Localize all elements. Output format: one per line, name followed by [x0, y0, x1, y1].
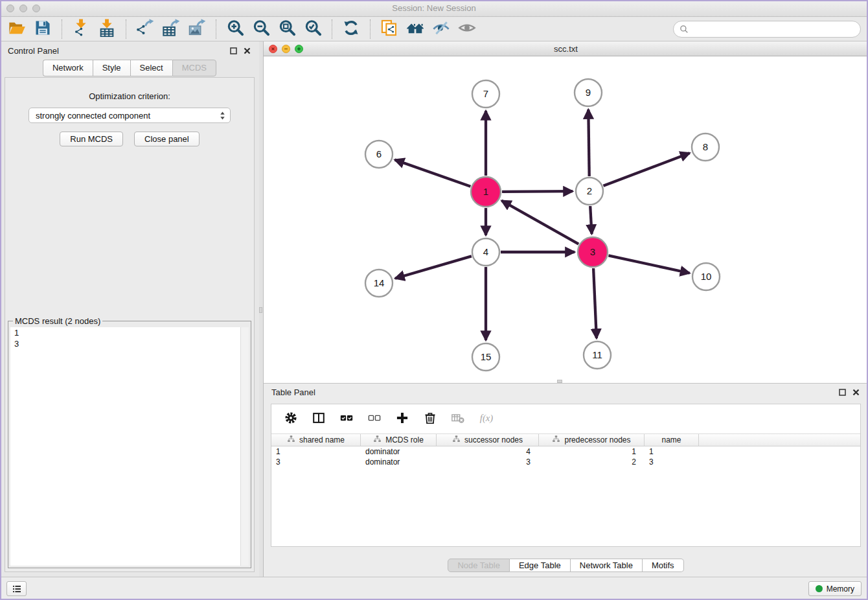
- apply-layout-button[interactable]: [338, 19, 364, 40]
- close-table-panel-icon[interactable]: [852, 388, 860, 397]
- show-eye-button[interactable]: [454, 19, 480, 40]
- network-minimize-button[interactable]: [282, 45, 290, 53]
- toolbar-separator: [370, 19, 371, 39]
- memory-button[interactable]: Memory: [808, 581, 862, 596]
- export-image-button[interactable]: [184, 19, 210, 40]
- graph-node-label: 11: [592, 349, 602, 360]
- graph-node-11[interactable]: 11: [584, 341, 611, 369]
- criterion-dropdown[interactable]: strongly connected component: [29, 108, 231, 123]
- tree-icon: [552, 435, 560, 445]
- graph-node-15[interactable]: 15: [472, 343, 499, 371]
- float-panel-icon[interactable]: [229, 47, 238, 55]
- search-icon: [679, 24, 689, 34]
- search-box[interactable]: [673, 21, 861, 38]
- float-table-panel-icon[interactable]: [838, 388, 847, 397]
- table-cell: dominator: [361, 457, 437, 467]
- tab-mcds[interactable]: MCDS: [172, 60, 216, 76]
- import-table-button[interactable]: [94, 19, 120, 40]
- graph-node-label: 1: [483, 186, 488, 197]
- tree-icon: [452, 435, 461, 445]
- network-close-button[interactable]: [269, 45, 277, 53]
- graph-node-8[interactable]: 8: [692, 133, 719, 161]
- column-header-successor-nodes[interactable]: successor nodes: [437, 434, 539, 446]
- open-session-icon: [8, 19, 26, 40]
- export-table-icon: [162, 19, 180, 40]
- clone-network-icon: [380, 19, 398, 40]
- graph-edge-3-1[interactable]: [501, 201, 578, 244]
- save-session-button[interactable]: [30, 19, 56, 40]
- show-all-networks-button[interactable]: [402, 19, 428, 40]
- hide-selected-icon: [432, 19, 450, 40]
- graph-edge-2-8[interactable]: [604, 153, 690, 186]
- tab-style[interactable]: Style: [93, 60, 130, 76]
- tab-network[interactable]: Network: [43, 60, 93, 76]
- table-settings-button[interactable]: [283, 411, 299, 427]
- zoom-out-button[interactable]: [248, 19, 274, 40]
- graph-node-2[interactable]: 2: [576, 178, 603, 205]
- graph-node-7[interactable]: 7: [472, 80, 499, 108]
- select-all-columns-icon: [339, 411, 354, 428]
- column-header-label: predecessor nodes: [564, 435, 630, 444]
- clone-network-button[interactable]: [376, 19, 402, 40]
- import-network-button[interactable]: [68, 19, 94, 40]
- column-header-predecessor-nodes[interactable]: predecessor nodes: [539, 434, 645, 446]
- graph-node-9[interactable]: 9: [575, 79, 602, 106]
- hide-selected-button[interactable]: [428, 19, 454, 40]
- tab-node-table[interactable]: Node Table: [448, 559, 510, 572]
- graph-edge-2-9[interactable]: [588, 110, 589, 176]
- create-column-button[interactable]: [394, 411, 410, 427]
- table-row[interactable]: 1dominator411: [271, 446, 860, 457]
- graph-node-14[interactable]: 14: [365, 270, 393, 297]
- close-panel-button[interactable]: Close panel: [134, 132, 200, 146]
- export-network-button[interactable]: [132, 19, 158, 40]
- table-row[interactable]: 3dominator323: [271, 457, 860, 467]
- apply-layout-icon: [342, 19, 360, 40]
- zoom-fit-icon: [278, 19, 296, 40]
- run-mcds-button[interactable]: Run MCDS: [60, 132, 123, 146]
- graph-edge-1-2[interactable]: [502, 191, 573, 192]
- column-header-MCDS-role[interactable]: MCDS role: [361, 434, 437, 446]
- result-scrollbar[interactable]: [240, 327, 249, 566]
- splitter-handle[interactable]: [259, 307, 262, 313]
- criterion-dropdown-value: strongly connected component: [36, 111, 219, 121]
- select-all-columns-button[interactable]: [339, 411, 354, 427]
- zoom-in-button[interactable]: [222, 19, 248, 40]
- graph-node-4[interactable]: 4: [472, 238, 499, 266]
- export-table-button[interactable]: [158, 19, 184, 40]
- mcds-result-text[interactable]: 13: [10, 327, 249, 566]
- graph-edge-4-14[interactable]: [395, 256, 472, 278]
- network-maximize-button[interactable]: [295, 45, 303, 53]
- graph-edge-3-11[interactable]: [593, 268, 597, 338]
- tab-motifs[interactable]: Motifs: [643, 559, 684, 572]
- tree-icon: [373, 435, 382, 445]
- memory-status-icon: [816, 585, 823, 592]
- create-column-icon: [395, 411, 409, 428]
- graph-node-3[interactable]: 3: [578, 237, 608, 267]
- graph-node-6[interactable]: 6: [365, 141, 393, 168]
- tab-edge-table[interactable]: Edge Table: [510, 559, 571, 572]
- zoom-selected-button[interactable]: [300, 19, 326, 40]
- graph-edge-3-10[interactable]: [608, 255, 689, 273]
- search-input[interactable]: [692, 25, 855, 34]
- zoom-in-icon: [226, 19, 244, 40]
- show-column-panel-button[interactable]: [311, 411, 326, 427]
- tab-network-table[interactable]: Network Table: [571, 559, 643, 572]
- table-rows: 1dominator4113dominator323: [271, 446, 860, 467]
- delete-column-button[interactable]: [422, 411, 438, 427]
- graph-edge-1-6[interactable]: [395, 160, 471, 187]
- graph-node-label: 7: [483, 88, 488, 99]
- column-header-name[interactable]: name: [645, 434, 699, 446]
- zoom-fit-button[interactable]: [274, 19, 300, 40]
- graph-edge-2-3[interactable]: [590, 206, 591, 234]
- table-cell: 1: [539, 447, 645, 456]
- network-canvas[interactable]: 7 9 6 8 1 2 4 3 14 10 15 11: [264, 56, 868, 383]
- graph-node-10[interactable]: 10: [692, 263, 720, 290]
- open-session-button[interactable]: [4, 19, 30, 40]
- graph-node-1[interactable]: 1: [471, 177, 501, 207]
- column-header-shared-name[interactable]: shared name: [271, 434, 361, 446]
- deselect-all-columns-button[interactable]: [367, 411, 382, 427]
- show-panels-button[interactable]: [6, 581, 27, 596]
- network-window-titlebar: scc.txt: [264, 41, 868, 56]
- tab-select[interactable]: Select: [130, 60, 172, 76]
- close-panel-icon[interactable]: [243, 47, 251, 55]
